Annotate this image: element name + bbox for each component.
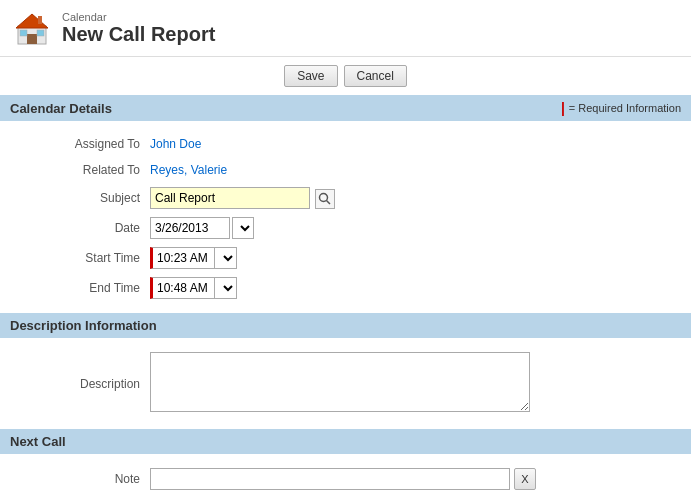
description-header: Description Information — [0, 313, 691, 338]
description-label: Description Information — [10, 318, 157, 333]
required-note: | = Required Information — [561, 100, 681, 116]
start-time-label: Start Time — [10, 251, 150, 265]
calendar-details-label: Calendar Details — [10, 101, 112, 116]
required-note-text: = Required Information — [569, 102, 681, 114]
subject-value — [150, 187, 681, 209]
date-input-wrap: ▼ — [150, 217, 681, 239]
svg-marker-1 — [16, 14, 48, 28]
next-call-label: Next Call — [10, 434, 66, 449]
related-to-row: Related To Reyes, Valerie — [0, 157, 691, 183]
page-header: Calendar New Call Report — [0, 0, 691, 57]
end-time-row: End Time ▼ — [0, 273, 691, 303]
next-call-header: Next Call — [0, 429, 691, 454]
required-marker: | — [561, 100, 565, 116]
note-row: Note X — [0, 464, 691, 494]
assigned-to-value: John Doe — [150, 137, 681, 151]
assigned-to-label: Assigned To — [10, 137, 150, 151]
svg-rect-5 — [38, 16, 42, 24]
calendar-icon — [12, 8, 52, 48]
date-input[interactable] — [150, 217, 230, 239]
svg-rect-3 — [20, 30, 27, 36]
end-time-input[interactable] — [150, 277, 215, 299]
related-to-value: Reyes, Valerie — [150, 163, 681, 177]
start-time-wrap: ▼ — [150, 247, 681, 269]
related-to-link[interactable]: Reyes, Valerie — [150, 163, 227, 177]
related-to-label: Related To — [10, 163, 150, 177]
description-body: Description — [0, 338, 691, 429]
description-field-value — [150, 352, 681, 415]
svg-rect-2 — [27, 34, 37, 44]
calendar-details-body: Assigned To John Doe Related To Reyes, V… — [0, 121, 691, 313]
svg-point-6 — [320, 193, 328, 201]
start-time-value: ▼ — [150, 247, 681, 269]
subject-input[interactable] — [150, 187, 310, 209]
note-value: X — [150, 468, 681, 490]
start-time-row: Start Time ▼ — [0, 243, 691, 273]
top-toolbar: Save Cancel — [0, 57, 691, 95]
calendar-details-header: Calendar Details | = Required Informatio… — [0, 95, 691, 121]
date-dropdown[interactable]: ▼ — [232, 217, 254, 239]
assigned-to-link[interactable]: John Doe — [150, 137, 201, 151]
description-textarea[interactable] — [150, 352, 530, 412]
svg-rect-4 — [37, 30, 44, 36]
next-call-body: Note X — [0, 454, 691, 501]
header-text: Calendar New Call Report — [62, 11, 215, 46]
end-time-wrap: ▼ — [150, 277, 681, 299]
start-time-input[interactable] — [150, 247, 215, 269]
subject-label: Subject — [10, 191, 150, 205]
page-title: New Call Report — [62, 23, 215, 46]
cancel-button-top[interactable]: Cancel — [344, 65, 407, 87]
end-time-value: ▼ — [150, 277, 681, 299]
breadcrumb: Calendar — [62, 11, 215, 23]
assigned-to-row: Assigned To John Doe — [0, 131, 691, 157]
description-row: Description — [0, 348, 691, 419]
end-time-label: End Time — [10, 281, 150, 295]
date-label: Date — [10, 221, 150, 235]
svg-line-7 — [327, 200, 331, 204]
end-time-dropdown[interactable]: ▼ — [215, 277, 237, 299]
note-label: Note — [10, 472, 150, 486]
note-input[interactable] — [150, 468, 510, 490]
save-button-top[interactable]: Save — [284, 65, 337, 87]
date-value: ▼ — [150, 217, 681, 239]
start-time-dropdown[interactable]: ▼ — [215, 247, 237, 269]
date-row: Date ▼ — [0, 213, 691, 243]
subject-lookup-icon[interactable] — [315, 189, 335, 209]
note-x-button[interactable]: X — [514, 468, 536, 490]
description-field-label: Description — [10, 377, 150, 391]
subject-row: Subject — [0, 183, 691, 213]
